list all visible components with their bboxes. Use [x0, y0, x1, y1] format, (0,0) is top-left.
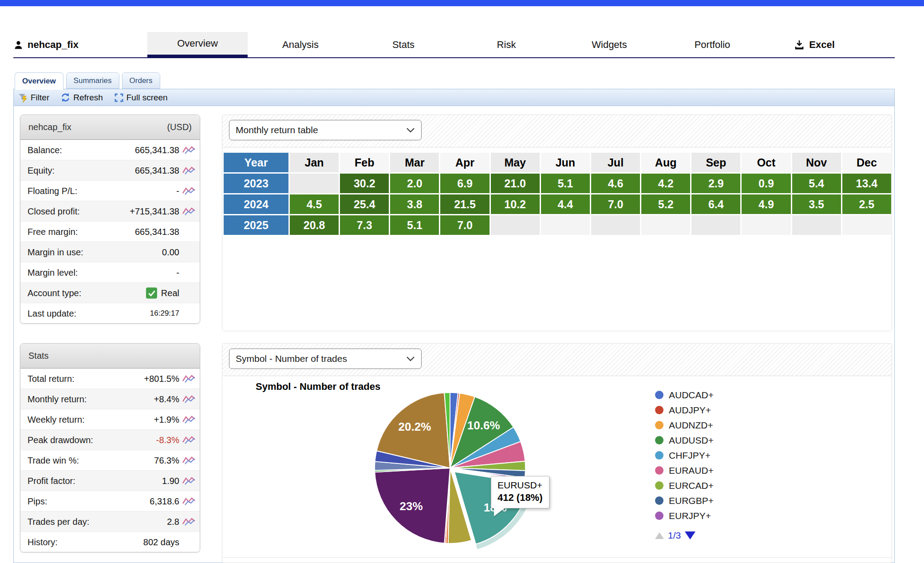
monthly-view-select[interactable]: Monthly return table	[229, 120, 422, 140]
row-label: Account type:	[28, 288, 81, 298]
mini-chart-icon[interactable]	[182, 206, 196, 216]
year-cell: 2023	[224, 174, 288, 193]
tab-portfolio[interactable]: Portfolio	[662, 32, 762, 58]
empty-cell	[641, 215, 690, 235]
return-cell: 2.0	[390, 174, 439, 193]
refresh-button[interactable]: Refresh	[60, 92, 103, 103]
row-label: Total return:	[28, 373, 75, 384]
mini-chart-icon[interactable]	[182, 394, 196, 404]
legend-label: EURJPY+	[669, 511, 711, 521]
month-column-header: Nov	[792, 153, 841, 172]
pie-view-select[interactable]: Symbol - Number of trades	[229, 349, 422, 369]
row-value: 2.8	[167, 516, 179, 527]
return-cell: 5.1	[541, 174, 590, 193]
row-label: Margin level:	[28, 267, 78, 278]
panel-row: Margin in use:0.00	[20, 242, 200, 262]
subtab-orders[interactable]: Orders	[122, 72, 160, 89]
mini-chart-icon[interactable]	[182, 476, 196, 486]
select-value: Symbol - Number of trades	[236, 353, 347, 364]
panel-row: Profit factor:1.90	[20, 470, 200, 491]
row-label: Profit factor:	[28, 476, 75, 486]
panel-row: Pips:6,318.6	[20, 491, 200, 511]
legend-dot	[655, 481, 663, 490]
row-value: 665,341.38	[135, 145, 179, 155]
return-cell: 2.5	[842, 194, 891, 214]
row-label: Floating P/L:	[28, 186, 77, 196]
username: nehcap_fix	[28, 39, 79, 51]
return-cell: 4.2	[641, 174, 690, 193]
chevron-down-icon	[406, 127, 415, 133]
empty-cell	[491, 215, 540, 235]
return-cell: 5.4	[792, 174, 841, 193]
tab-overview[interactable]: Overview	[147, 32, 248, 58]
return-cell: 4.4	[541, 194, 590, 214]
filter-button[interactable]: Filter	[18, 92, 49, 103]
row-label: Trade win %:	[28, 455, 79, 465]
row-label: History:	[28, 537, 58, 547]
pagination-up-icon[interactable]	[655, 532, 664, 539]
row-label: Closed profit:	[28, 206, 80, 216]
symbol-trades-panel: Symbol - Number of trades Symbol - Numbe…	[222, 343, 892, 563]
return-cell: 30.2	[340, 174, 389, 193]
person-icon	[13, 40, 24, 51]
pie-chart[interactable]: 10.6%18%23%20.2%	[351, 373, 546, 563]
mini-chart-icon[interactable]	[182, 186, 196, 196]
tab-risk[interactable]: Risk	[456, 32, 557, 58]
month-column-header: Feb	[340, 153, 389, 172]
year-cell: 2024	[224, 194, 288, 214]
legend-label: EURGBP+	[669, 496, 714, 506]
tab-widgets[interactable]: Widgets	[559, 32, 659, 58]
mini-chart-icon[interactable]	[182, 374, 196, 384]
mini-chart-icon[interactable]	[182, 456, 196, 465]
legend-dot	[655, 421, 663, 429]
refresh-label: Refresh	[73, 93, 103, 103]
chevron-down-icon	[406, 356, 415, 361]
empty-cell	[691, 215, 740, 235]
empty-cell	[591, 215, 640, 235]
empty-cell	[842, 215, 891, 235]
top-tabs: OverviewAnalysisStatsRiskWidgetsPortfoli…	[147, 32, 765, 58]
legend-item-audjpy: AUDJPY+	[655, 405, 714, 415]
return-cell: 10.2	[491, 194, 540, 214]
row-value: Real	[146, 287, 179, 298]
tab-stats[interactable]: Stats	[353, 32, 454, 58]
mini-chart-icon[interactable]	[182, 496, 196, 506]
mini-chart-icon[interactable]	[182, 145, 196, 155]
legend-item-eurjpy: EURJPY+	[655, 511, 714, 520]
row-label: Balance:	[28, 145, 62, 155]
panel-row: Trade win %:76.3%	[20, 450, 200, 470]
empty-cell	[290, 174, 339, 193]
subtab-overview[interactable]: Overview	[15, 72, 63, 90]
return-cell: 7.3	[340, 215, 389, 235]
subtab-summaries[interactable]: Summaries	[66, 72, 119, 89]
empty-cell	[792, 215, 841, 235]
return-cell: 21.0	[491, 174, 540, 193]
panel-row: Closed profit:+715,341.38	[20, 201, 200, 221]
mini-chart-icon[interactable]	[182, 435, 196, 445]
legend-label: EURAUD+	[669, 465, 714, 476]
fullscreen-button[interactable]: Full screen	[114, 92, 168, 103]
return-cell: 3.8	[390, 194, 439, 214]
mini-chart-icon[interactable]	[182, 415, 196, 424]
legend-item-audusd: AUDUSD+	[655, 436, 714, 445]
legend-dot	[655, 466, 663, 475]
monthly-return-table: YearJanFebMarAprMayJunJulAugSepOctNovDec…	[222, 151, 892, 236]
panel-row: Weekly return:+1.9%	[20, 409, 200, 429]
tab-analysis[interactable]: Analysis	[250, 32, 351, 58]
mini-chart-icon[interactable]	[182, 517, 196, 527]
account-panel-title: nehcap_fix	[28, 122, 71, 132]
row-label: Weekly return:	[28, 414, 85, 424]
return-cell: 6.4	[691, 194, 740, 214]
pagination-down-icon[interactable]	[685, 531, 695, 539]
month-column-header: Oct	[742, 153, 790, 172]
legend-item-euraud: EURAUD+	[655, 466, 714, 475]
return-cell: 20.8	[290, 215, 339, 235]
row-label: Free margin:	[28, 226, 78, 237]
legend-dot	[655, 391, 663, 399]
row-label: Trades per day:	[28, 516, 89, 527]
tab-excel[interactable]: Excel	[769, 32, 860, 58]
mini-chart-icon[interactable]	[182, 166, 196, 175]
tab-underline	[13, 57, 895, 58]
select-value: Monthly return table	[236, 125, 318, 135]
pie-chart-surface	[222, 376, 892, 563]
